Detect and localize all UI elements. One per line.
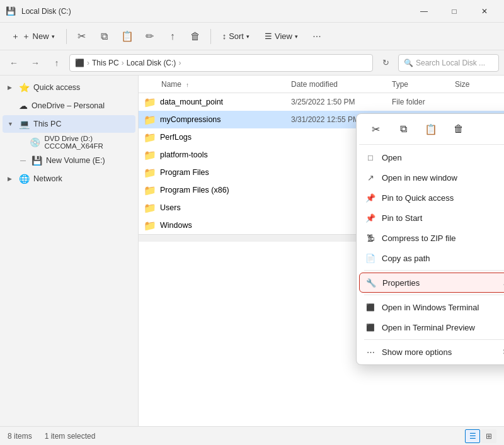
detail-view-button[interactable]: ⊞ <box>481 429 496 443</box>
expand-icon-volume: — <box>20 157 28 164</box>
copy-path-icon: 📄 <box>365 253 375 263</box>
volume-icon: 💾 <box>32 155 42 166</box>
cut-button[interactable]: ✂ <box>72 26 92 47</box>
search-placeholder: Search Local Disk ... <box>416 59 485 67</box>
main-area: ▶ ⭐ Quick access ☁ OneDrive – Personal ▼… <box>0 76 504 426</box>
close-button[interactable]: ✕ <box>470 0 499 23</box>
view-icon: ☰ <box>265 31 272 41</box>
delete-button[interactable]: 🗑 <box>185 26 205 47</box>
more-button[interactable]: ··· <box>307 26 327 47</box>
minimize-button[interactable]: — <box>410 0 438 23</box>
sort-button[interactable]: ↕ Sort ▾ <box>216 26 256 47</box>
selection-info: 1 item selected <box>45 432 96 441</box>
ctx-compress-label: Compress to ZIP file <box>382 234 504 243</box>
ctx-paste-button[interactable]: 📋 <box>420 119 442 139</box>
ctx-properties-label: Properties <box>382 278 497 288</box>
this-pc-icon: 💻 <box>19 119 30 129</box>
onedrive-icon: ☁ <box>19 101 28 111</box>
context-menu-toolbar: ✂ ⧉ 📋 🗑 <box>359 116 504 145</box>
terminal-preview-icon: ⬛ <box>365 322 375 332</box>
address-path[interactable]: ⬛ › This PC › Local Disk (C:) › <box>69 54 373 72</box>
sidebar-item-new-volume[interactable]: — 💾 New Volume (E:) <box>3 152 135 169</box>
path-sep-2: › <box>122 59 124 67</box>
view-chevron: ▾ <box>295 33 298 40</box>
terminal-icon: ⬛ <box>365 302 375 312</box>
ctx-pin-start-label: Pin to Start <box>382 213 504 223</box>
path-home-icon: ⬛ <box>75 59 84 67</box>
sort-chevron: ▾ <box>246 33 249 40</box>
sidebar-label-dvd: DVD Drive (D:) CCCOMA_X64FR <box>44 135 130 150</box>
ctx-delete-button[interactable]: 🗑 <box>447 119 470 139</box>
title-bar-title: Local Disk (C:) <box>21 7 410 16</box>
sidebar-item-quick-access[interactable]: ▶ ⭐ Quick access <box>3 79 135 96</box>
ctx-open-terminal-preview[interactable]: ⬛ Open in Terminal Preview <box>359 317 504 337</box>
forward-button[interactable]: → <box>26 54 44 72</box>
sidebar-item-this-pc[interactable]: ▼ 💻 This PC <box>3 115 135 133</box>
ctx-copy-path[interactable]: 📄 Copy as path <box>359 248 504 268</box>
title-bar-controls: — □ ✕ <box>410 0 499 23</box>
search-icon: 🔍 <box>404 59 413 67</box>
ctx-copy-button[interactable]: ⧉ <box>392 119 415 139</box>
ctx-separator-1 <box>364 270 504 271</box>
ctx-open[interactable]: □ Open Enter <box>359 147 504 167</box>
search-box[interactable]: 🔍 Search Local Disk ... <box>398 54 499 72</box>
ctx-separator-2 <box>364 295 504 295</box>
expand-icon: ▶ <box>8 84 15 91</box>
sidebar-label-network: Network <box>33 174 62 183</box>
network-icon: 🌐 <box>19 174 30 184</box>
new-button[interactable]: ＋ ＋ New ▾ <box>5 26 61 47</box>
ctx-separator-3 <box>364 339 504 340</box>
copy-button[interactable]: ⧉ <box>94 26 115 47</box>
properties-icon: 🔧 <box>366 278 376 288</box>
new-chevron: ▾ <box>52 33 55 40</box>
path-sep-3: › <box>178 59 181 67</box>
list-view-button[interactable]: ☰ <box>465 429 480 443</box>
sidebar-label-onedrive: OneDrive – Personal <box>32 101 105 110</box>
up-button[interactable]: ↑ <box>48 54 66 72</box>
title-bar-icon: 💾 <box>5 6 16 17</box>
sidebar-label-quick-access: Quick access <box>33 83 80 92</box>
path-sep-1: › <box>87 59 89 67</box>
ctx-open-terminal[interactable]: ⬛ Open in Windows Terminal <box>359 297 504 317</box>
sidebar-item-network[interactable]: ▶ 🌐 Network <box>3 170 135 188</box>
share-button[interactable]: ↑ <box>163 26 183 47</box>
ctx-open-new-window[interactable]: ↗ Open in new window <box>359 167 504 188</box>
ctx-open-new-window-label: Open in new window <box>382 173 504 183</box>
new-icon: ＋ <box>11 31 20 42</box>
path-this-pc: This PC <box>92 59 119 67</box>
maximize-button[interactable]: □ <box>440 0 469 23</box>
ctx-properties[interactable]: 🔧 Properties Alt+Enter <box>359 273 504 293</box>
sidebar-item-dvd[interactable]: 💿 DVD Drive (D:) CCCOMA_X64FR <box>3 133 135 151</box>
expand-icon-network: ▶ <box>8 176 15 182</box>
quick-access-icon: ⭐ <box>19 82 30 93</box>
path-c-drive: Local Disk (C:) <box>127 59 176 67</box>
paste-button[interactable]: 📋 <box>117 26 137 47</box>
context-menu-overlay[interactable]: ✂ ⧉ 📋 🗑 □ Open Enter ↗ Open in new windo… <box>139 76 504 426</box>
ctx-compress-zip[interactable]: 🗜 Compress to ZIP file <box>359 228 504 248</box>
ctx-show-more[interactable]: ⋯ Show more options Shift+F10 <box>359 342 504 362</box>
sidebar-label-new-volume: New Volume (E:) <box>46 156 105 165</box>
ctx-pin-start[interactable]: 📌 Pin to Start <box>359 208 504 228</box>
refresh-button[interactable]: ↻ <box>377 54 394 72</box>
ctx-cut-button[interactable]: ✂ <box>364 119 387 139</box>
item-count: 8 items <box>8 432 32 441</box>
pin-start-icon: 📌 <box>365 213 375 223</box>
ctx-pin-quick-access[interactable]: 📌 Pin to Quick access <box>359 188 504 208</box>
ctx-open-label: Open <box>382 153 504 162</box>
dvd-icon: 💿 <box>30 137 40 147</box>
rename-button[interactable]: ✏ <box>140 26 160 47</box>
view-controls: ☰ ⊞ <box>465 429 496 443</box>
sidebar-label-this-pc: This PC <box>33 120 61 128</box>
show-more-icon: ⋯ <box>365 347 375 357</box>
compress-icon: 🗜 <box>365 233 375 243</box>
view-button[interactable]: ☰ View ▾ <box>258 26 304 47</box>
sidebar-item-onedrive[interactable]: ☁ OneDrive – Personal <box>3 97 135 115</box>
toolbar-separator-2 <box>210 29 211 44</box>
status-bar: 8 items 1 item selected ☰ ⊞ <box>0 426 504 445</box>
ctx-pin-quick-access-label: Pin to Quick access <box>382 193 504 203</box>
file-area: Name ↑ Date modified Type Size 📁 data_mo… <box>139 76 504 426</box>
context-menu: ✂ ⧉ 📋 🗑 □ Open Enter ↗ Open in new windo… <box>356 113 504 365</box>
toolbar-separator-1 <box>66 29 67 44</box>
back-button[interactable]: ← <box>5 54 23 72</box>
toolbar: ＋ ＋ New ▾ ✂ ⧉ 📋 ✏ ↑ 🗑 ↕ Sort ▾ ☰ View ▾ … <box>0 23 504 50</box>
